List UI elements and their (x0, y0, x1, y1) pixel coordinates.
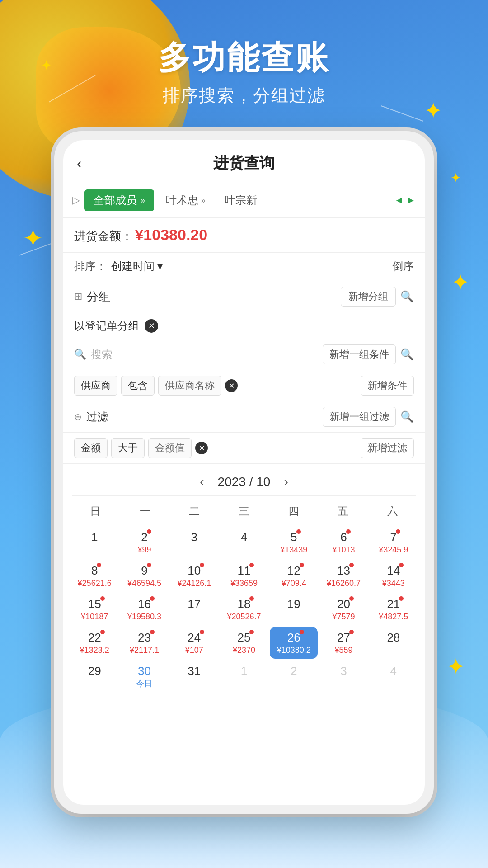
amount-label: 进货金额： (74, 229, 133, 243)
day-dot (396, 529, 400, 534)
calendar-day-7[interactable]: 8¥25621.6 (70, 560, 118, 592)
calendar-day-4[interactable]: 5¥13439 (270, 527, 318, 558)
calendar-day-33[interactable]: 3 (319, 660, 367, 693)
next-member-arrow[interactable]: ► (406, 194, 416, 206)
calendar-day-25[interactable]: 26¥10380.2 (270, 627, 318, 659)
double-arrow-icon-2: » (201, 196, 206, 205)
search-icon: 🔍 (74, 349, 86, 360)
calendar-day-8[interactable]: 9¥46594.5 (120, 560, 168, 592)
calendar-day-19[interactable]: 20¥7579 (319, 594, 367, 625)
calendar-day-18[interactable]: 19 (270, 594, 318, 625)
filter-amount-chip[interactable]: 金额 (74, 438, 108, 458)
day-dot (399, 563, 404, 567)
calendar-day-26[interactable]: 27¥559 (319, 627, 367, 659)
add-filter-button[interactable]: 新增过滤 (361, 438, 414, 458)
add-search-condition-button[interactable]: 新增一组条件 (323, 344, 396, 364)
day-dot (300, 630, 304, 634)
day-dot (147, 529, 151, 534)
calendar-month-label: 2023 / 10 (218, 475, 271, 489)
filter-amount-value-input[interactable]: 金额值 (148, 438, 192, 458)
calendar-day-27[interactable]: 28 (370, 627, 418, 659)
calendar-nav: ‹ 2023 / 10 › (63, 468, 425, 495)
calendar-day-15[interactable]: 16¥19580.3 (120, 594, 168, 625)
calendar-day-22[interactable]: 23¥2117.1 (120, 627, 168, 659)
prev-month-button[interactable]: ‹ (200, 475, 204, 489)
weekday-thu: 四 (269, 500, 319, 522)
day-dot (249, 630, 254, 634)
member-2-button[interactable]: 叶宗新 (217, 189, 264, 211)
calendar-day-1[interactable]: 2¥99 (120, 527, 168, 558)
calendar-day-5[interactable]: 6¥1013 (319, 527, 367, 558)
day-dot (100, 630, 105, 634)
double-arrow-icon: » (141, 196, 145, 205)
new-group-button[interactable]: 新增分组 (341, 287, 396, 307)
calendar-day-32[interactable]: 2 (270, 660, 318, 693)
sort-value[interactable]: 创建时间 ▾ (111, 259, 163, 274)
star-icon-3: ✦ (451, 271, 470, 294)
weekday-tue: 二 (169, 500, 219, 522)
next-month-button[interactable]: › (284, 475, 288, 489)
member-1-button[interactable]: 叶术忠 » (159, 189, 213, 211)
calendar-day-34[interactable]: 4 (370, 660, 418, 693)
calendar-day-17[interactable]: 18¥20526.7 (220, 594, 268, 625)
calendar-weekdays: 日 一 二 三 四 五 六 (70, 500, 418, 522)
deco-line-2 (381, 105, 424, 122)
calendar-day-9[interactable]: 10¥24126.1 (170, 560, 218, 592)
search-action-icon[interactable]: 🔍 (400, 348, 414, 361)
weekday-mon: 一 (120, 500, 170, 522)
day-dot (349, 630, 354, 634)
calendar-day-24[interactable]: 25¥2370 (220, 627, 268, 659)
back-button[interactable]: ‹ (77, 155, 82, 172)
calendar-day-28[interactable]: 29 (70, 660, 118, 693)
tag-row: 以登记单分组 ✕ (63, 313, 425, 339)
calendar-day-31[interactable]: 1 (220, 660, 268, 693)
condition-include-chip[interactable]: 包含 (121, 376, 155, 396)
phone-mockup: ‹ 进货查询 ▷ 全部成员 » 叶术忠 » 叶宗新 ◄ ► 进货金额： (54, 131, 434, 814)
weekday-sun: 日 (70, 500, 120, 522)
calendar-day-12[interactable]: 13¥16260.7 (319, 560, 367, 592)
calendar-day-11[interactable]: 12¥709.4 (270, 560, 318, 592)
filter-actions: 新增一组过滤 🔍 (323, 407, 414, 427)
calendar-day-10[interactable]: 11¥33659 (220, 560, 268, 592)
add-condition-button[interactable]: 新增条件 (361, 376, 414, 396)
day-dot (399, 596, 404, 601)
prev-member-arrow[interactable]: ◄ (394, 194, 404, 206)
calendar-day-13[interactable]: 14¥3443 (370, 560, 418, 592)
calendar-day-6[interactable]: 7¥3245.9 (370, 527, 418, 558)
weekday-fri: 五 (319, 500, 368, 522)
star-icon-2: ✦ (450, 172, 461, 184)
filter-icon: ⊜ (74, 411, 82, 422)
calendar-day-3[interactable]: 4 (220, 527, 268, 558)
calendar-day-14[interactable]: 15¥10187 (70, 594, 118, 625)
calendar-day-20[interactable]: 21¥4827.5 (370, 594, 418, 625)
header-main-title: 多功能查账 (0, 36, 488, 80)
group-actions: 新增分组 🔍 (341, 287, 414, 307)
calendar-day-2[interactable]: 3 (170, 527, 218, 558)
calendar-day-29[interactable]: 30今日 (120, 660, 168, 693)
group-tag-close-button[interactable]: ✕ (145, 319, 158, 333)
app-title: 进货查询 (213, 153, 275, 174)
calendar-day-30[interactable]: 31 (170, 660, 218, 693)
member-all-button[interactable]: 全部成员 » (84, 189, 154, 211)
filter-search-icon[interactable]: 🔍 (400, 410, 414, 423)
header-sub-title: 排序搜索，分组过滤 (0, 84, 488, 107)
nav-arrows: ◄ ► (394, 194, 416, 206)
search-row: 🔍 搜索 新增一组条件 🔍 (63, 339, 425, 370)
search-input[interactable]: 搜索 (91, 347, 318, 362)
filter-greater-chip[interactable]: 大于 (111, 438, 145, 458)
add-filter-group-button[interactable]: 新增一组过滤 (323, 407, 396, 427)
day-dot (296, 529, 301, 534)
day-dot (300, 563, 304, 567)
calendar-day-23[interactable]: 24¥107 (170, 627, 218, 659)
calendar-day-16[interactable]: 17 (170, 594, 218, 625)
calendar-day-21[interactable]: 22¥1323.2 (70, 627, 118, 659)
filter-close-button[interactable]: ✕ (195, 442, 208, 454)
condition-supplier-chip[interactable]: 供应商 (74, 376, 117, 396)
condition-value-input[interactable]: 供应商名称 (158, 376, 221, 396)
group-search-icon[interactable]: 🔍 (400, 290, 414, 303)
condition-close-button[interactable]: ✕ (225, 379, 238, 392)
calendar-days: 12¥99345¥134396¥10137¥3245.98¥25621.69¥4… (70, 527, 418, 693)
calendar-day-0[interactable]: 1 (70, 527, 118, 558)
amount-value: ¥10380.20 (135, 226, 207, 243)
sort-direction[interactable]: 倒序 (392, 259, 414, 274)
